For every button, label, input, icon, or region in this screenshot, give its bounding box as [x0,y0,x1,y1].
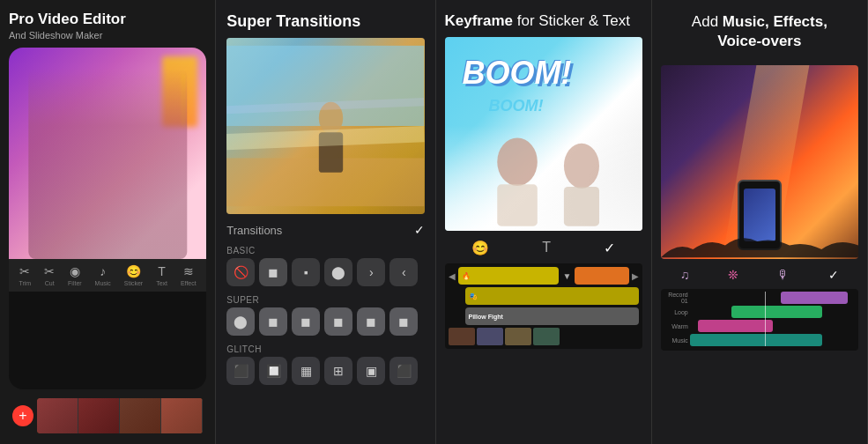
glitch-2-icon[interactable]: 🔲 [259,357,287,385]
frame-1 [37,398,78,433]
track-warm-bar[interactable] [698,320,773,332]
track-music-bar[interactable] [690,334,823,346]
tl-clip-label[interactable]: Pillow Fight [465,307,639,325]
thumb-3 [505,328,531,345]
tl-clip-yellow-2[interactable]: 🎭 [465,287,639,305]
people-svg [445,125,642,231]
section-basic-label: BASIC [226,246,424,255]
check-keyframe-icon[interactable]: ✓ [604,240,615,256]
glitch-5-icon[interactable]: ▣ [357,357,385,385]
trans-pull-icon[interactable]: ‹ [389,258,418,286]
track-row-warm: Warm [664,320,856,332]
music-note-icon[interactable]: ♫ [680,268,690,282]
skate-image [226,38,424,214]
svg-point-9 [563,144,598,189]
track-loop-label: Loop [664,309,688,315]
toolbar-effect[interactable]: ≋ Effect [181,264,197,286]
thumb-4 [533,328,560,345]
mic-icon[interactable]: 🎙 [777,268,790,282]
glitch-6-icon[interactable]: ⬛ [389,357,418,385]
effect-label: Effect [181,280,197,286]
text-icon: T [158,264,166,278]
panel-3-title-block: Keyframe for Sticker & Text [445,12,642,30]
trans-cut-icon[interactable]: ◼ [259,258,287,286]
trans-fade-icon[interactable]: ▪ [292,258,320,286]
concert-image [661,65,858,259]
music-toolbar: ♫ ❊ 🎙 ✓ [661,264,858,285]
track-loop-bar[interactable] [731,306,823,318]
track-record-bar[interactable] [781,292,847,304]
tl-separator: ▼ [562,271,571,281]
boom-people-area [445,125,642,231]
boom-image: BOOM! BOOM! [445,37,642,231]
transitions-check-icon[interactable]: ✓ [414,223,425,237]
track-record-bar-container [690,292,856,304]
timeline-strip: + [9,395,206,437]
panel-4-title: Add Music, Effects,Voice-overs [661,12,858,51]
super-3-icon[interactable]: ◼ [292,307,320,336]
panel-1-title-sub: And Slideshow Maker [9,30,206,41]
section-glitch-label: GLITCH [226,344,424,354]
trim-icon: ✂ [19,264,30,278]
music-icon: ♪ [100,264,106,278]
trans-circle-icon[interactable]: ⬤ [324,258,352,286]
clip-emoji: 🎭 [469,292,478,300]
glitch-4-icon[interactable]: ⊞ [324,357,352,385]
skater-svg [226,38,424,214]
frame-4 [161,398,203,433]
sticker-label: Sticker [124,280,143,286]
keyframe-toolbar: 😊 T ✓ [445,236,642,260]
trans-push-icon[interactable]: › [357,258,385,286]
track-music-label: Music [664,337,688,344]
super-6-icon[interactable]: ◼ [389,307,418,336]
track-warm-bar-container [690,320,856,332]
track-row-music: Music [664,334,856,346]
thumbnail-strip [449,328,639,345]
panel-pro-video-editor: Pro Video Editor And Slideshow Maker ✂ T… [0,0,216,444]
super-5-icon[interactable]: ◼ [357,307,385,336]
toolbar-filter[interactable]: ◉ Filter [68,264,82,286]
panel-super-transitions: Super Transitions Transitions ✓ BASIC 🚫 … [216,0,435,444]
add-media-button[interactable]: + [12,405,33,426]
trans-none-icon[interactable]: 🚫 [226,258,255,286]
tracks-container: Record 01 Loop Warm Music [664,292,856,346]
toolbar-trim[interactable]: ✂ Trim [19,264,31,286]
thumb-1 [449,328,475,345]
phone-toolbar: ✂ Trim ✂ Cut ◉ Filter ♪ Music 😊 Sticker … [9,259,206,292]
tl-clip-orange[interactable] [575,267,628,285]
super-1-icon[interactable]: ⬤ [226,307,255,336]
timeline-frames[interactable] [37,398,203,433]
frame-3 [120,398,161,433]
music-tracks: Record 01 Loop Warm Music [661,289,858,351]
timeline-row-1: ◀ 🔥 ▼ ▶ [449,267,639,285]
timeline-row-3: Pillow Fight [449,307,639,325]
track-warm-label: Warm [664,323,688,329]
text-keyframe-icon[interactable]: T [542,240,551,256]
phone-screen-image [9,48,206,259]
svg-line-5 [226,134,424,142]
filter-icon: ◉ [70,264,80,278]
toolbar-text[interactable]: T Text [156,264,167,286]
keyframe-timeline: ◀ 🔥 ▼ ▶ 🎭 Pillow Fight [445,263,642,349]
toolbar-music[interactable]: ♪ Music [95,264,111,286]
boom-text-2: BOOM! [489,97,544,115]
panel-1-title-main: Pro Video Editor [9,11,206,28]
toolbar-cut[interactable]: ✂ Cut [44,264,55,286]
super-4-icon[interactable]: ◼ [324,307,352,336]
tl-arrow-right: ▶ [632,271,639,281]
super-icons-row: ⬤ ◼ ◼ ◼ ◼ ◼ [226,307,424,336]
svg-rect-10 [563,187,598,226]
effect-icon: ≋ [183,264,194,278]
music-check-icon[interactable]: ✓ [828,268,839,282]
emoji-keyframe-icon[interactable]: 😊 [471,240,489,256]
filter-label: Filter [68,280,82,286]
glitch-3-icon[interactable]: ▦ [292,357,320,385]
music-label: Music [95,280,111,286]
snowflake-icon[interactable]: ❊ [728,268,738,282]
track-music-bar-container [690,334,856,346]
toolbar-sticker[interactable]: 😊 Sticker [124,264,143,286]
boom-text-1: BOOM! [463,55,572,92]
tl-clip-yellow-1[interactable]: 🔥 [458,267,560,285]
super-2-icon[interactable]: ◼ [259,307,287,336]
glitch-1-icon[interactable]: ⬛ [226,357,255,385]
